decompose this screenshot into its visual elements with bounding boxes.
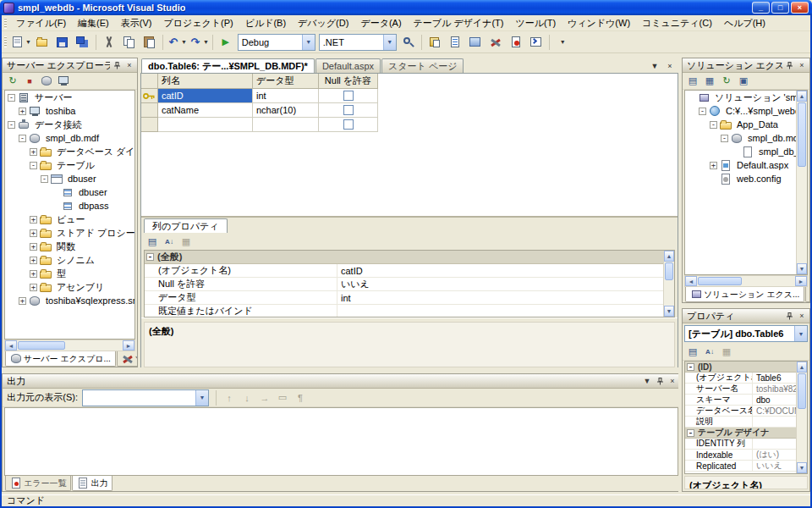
property-pages-button[interactable]: ▦ xyxy=(719,345,734,359)
property-value[interactable] xyxy=(753,417,796,427)
close-panel-button[interactable]: × xyxy=(796,311,808,322)
error-list-button[interactable] xyxy=(507,33,525,52)
scroll-up-button[interactable]: ▲ xyxy=(664,251,674,262)
auto-hide-pin-button[interactable] xyxy=(654,376,666,387)
tree-item[interactable]: dbuser xyxy=(5,185,134,199)
undo-button[interactable]: ↶▼ xyxy=(167,33,187,52)
property-value[interactable] xyxy=(337,305,663,318)
view-designer-button[interactable]: ▣ xyxy=(736,74,751,88)
start-debugging-button[interactable]: ▶ xyxy=(217,33,235,52)
categorized-button[interactable]: ▤ xyxy=(145,235,160,249)
property-row[interactable]: Null を許容いいえ xyxy=(145,278,663,291)
solution-explorer-button[interactable] xyxy=(425,33,444,52)
chevron-down-icon[interactable]: ▼ xyxy=(302,35,315,50)
collapse-icon[interactable]: - xyxy=(41,175,48,183)
grid-cell-column-name[interactable]: catName xyxy=(158,103,253,118)
grid-row-selector[interactable] xyxy=(141,103,158,118)
menu-item-3[interactable]: 表示(V) xyxy=(115,15,158,31)
panel-tab[interactable]: 出力 xyxy=(72,476,112,491)
menu-item-4[interactable]: プロジェクト(P) xyxy=(157,15,239,31)
grid-cell-data-type[interactable]: int xyxy=(253,89,319,103)
connect-server-button[interactable] xyxy=(56,74,71,88)
expand-icon[interactable]: + xyxy=(30,216,37,224)
tree-item[interactable]: +ストアド プロシージャ xyxy=(5,226,134,240)
scroll-up-button[interactable]: ▲ xyxy=(797,91,807,102)
property-row[interactable]: スキーマdbo xyxy=(685,395,796,406)
menu-item-11[interactable]: コミュニティ(C) xyxy=(636,15,718,31)
collapse-icon[interactable]: - xyxy=(687,363,694,371)
menu-item-8[interactable]: テーブル デザイナ(T) xyxy=(408,15,510,31)
tree-item[interactable]: +toshiba¥sqlexpress.smpldb xyxy=(5,294,134,307)
expand-icon[interactable]: + xyxy=(30,270,37,278)
scroll-left-button[interactable]: ◄ xyxy=(685,276,697,286)
panel-tab[interactable]: クラス ビュー xyxy=(805,287,809,302)
menu-item-10[interactable]: ウィンドウ(W) xyxy=(562,15,636,31)
tree-item[interactable]: +Default.aspx xyxy=(685,158,796,172)
maximize-button[interactable]: □ xyxy=(771,2,789,14)
property-row[interactable]: データ型int xyxy=(145,291,663,305)
show-all-files-button[interactable]: ▦ xyxy=(702,74,717,88)
expand-icon[interactable]: + xyxy=(710,162,717,169)
property-row[interactable]: IDENTITY 列 xyxy=(685,439,796,450)
auto-hide-pin-button[interactable] xyxy=(783,60,795,71)
scrollbar-thumb[interactable] xyxy=(698,277,742,285)
output-content[interactable] xyxy=(4,407,678,476)
description-splitter[interactable] xyxy=(141,318,678,320)
horizontal-scrollbar[interactable]: ◄ ► xyxy=(4,340,135,351)
scrollbar-thumb[interactable] xyxy=(798,373,806,409)
word-wrap-button[interactable]: ¶ xyxy=(293,390,308,405)
panel-tab[interactable]: ソリューション エクス... xyxy=(685,287,804,302)
tree-item[interactable]: +ビュー xyxy=(5,213,134,226)
next-message-button[interactable]: ↓ xyxy=(239,390,255,405)
allow-nulls-checkbox[interactable] xyxy=(343,91,354,101)
panel-tab[interactable]: サーバー エクスプロ... xyxy=(5,351,116,367)
collapse-icon[interactable]: - xyxy=(146,253,154,261)
auto-hide-pin-button[interactable] xyxy=(111,60,123,71)
property-value[interactable] xyxy=(753,439,796,449)
tree-item[interactable]: +アセンブリ xyxy=(5,280,134,294)
property-value[interactable]: dbo xyxy=(753,395,796,405)
auto-hide-pin-button[interactable] xyxy=(783,311,795,322)
minimize-button[interactable]: _ xyxy=(752,2,770,14)
grid-cell-column-name[interactable] xyxy=(158,118,253,132)
property-value[interactable]: Table6 xyxy=(753,373,796,383)
connect-database-button[interactable] xyxy=(39,74,54,88)
immediate-window-button[interactable] xyxy=(527,33,546,52)
horizontal-splitter[interactable] xyxy=(682,303,810,308)
close-panel-button[interactable]: × xyxy=(123,60,135,71)
menu-item-12[interactable]: ヘルプ(H) xyxy=(718,15,771,31)
grid-cell-allow-nulls[interactable] xyxy=(319,103,378,118)
expand-icon[interactable]: + xyxy=(30,243,37,251)
object-selector-combobox[interactable]: [テーブル] dbo.Table6 ▼ xyxy=(684,325,808,342)
stop-refresh-button[interactable]: ■ xyxy=(22,74,37,88)
vertical-splitter[interactable] xyxy=(138,58,140,367)
menu-item-9[interactable]: ツール(T) xyxy=(509,15,562,31)
expand-icon[interactable]: + xyxy=(30,284,37,291)
toolbar-options-button[interactable]: ▼ xyxy=(553,33,572,52)
property-row[interactable]: Indexable(はい) xyxy=(685,450,796,461)
grid-cell-column-name[interactable]: catID xyxy=(158,89,253,103)
expand-icon[interactable]: + xyxy=(30,257,37,264)
solution-platform-combobox[interactable]: .NET ▼ xyxy=(319,34,397,51)
property-value[interactable]: いいえ xyxy=(337,278,663,290)
scroll-down-button[interactable]: ▼ xyxy=(664,306,674,317)
scrollbar-track[interactable] xyxy=(797,373,807,462)
toolbar-grip[interactable] xyxy=(4,36,7,47)
previous-message-button[interactable]: ↑ xyxy=(222,390,237,405)
scroll-down-button[interactable]: ▼ xyxy=(797,462,807,473)
menu-item-7[interactable]: データ(A) xyxy=(354,15,407,31)
horizontal-scrollbar[interactable]: ◄ ► xyxy=(684,275,808,287)
panel-tab[interactable]: ツールボックス xyxy=(117,351,137,367)
chevron-down-icon[interactable]: ▼ xyxy=(794,326,807,341)
expand-icon[interactable]: + xyxy=(30,148,37,156)
grid-row-selector[interactable] xyxy=(141,118,158,132)
scroll-up-button[interactable]: ▲ xyxy=(797,362,807,373)
expand-icon[interactable]: + xyxy=(30,229,37,237)
copy-button[interactable] xyxy=(120,33,139,52)
expand-icon[interactable]: + xyxy=(19,108,26,115)
scroll-right-button[interactable]: ► xyxy=(123,340,134,351)
scrollbar-thumb[interactable] xyxy=(798,102,806,167)
refresh-button[interactable]: ↻ xyxy=(719,74,734,88)
tree-item[interactable]: +データベース ダイアグラム xyxy=(5,145,134,158)
toolbar-grip[interactable] xyxy=(4,18,7,29)
